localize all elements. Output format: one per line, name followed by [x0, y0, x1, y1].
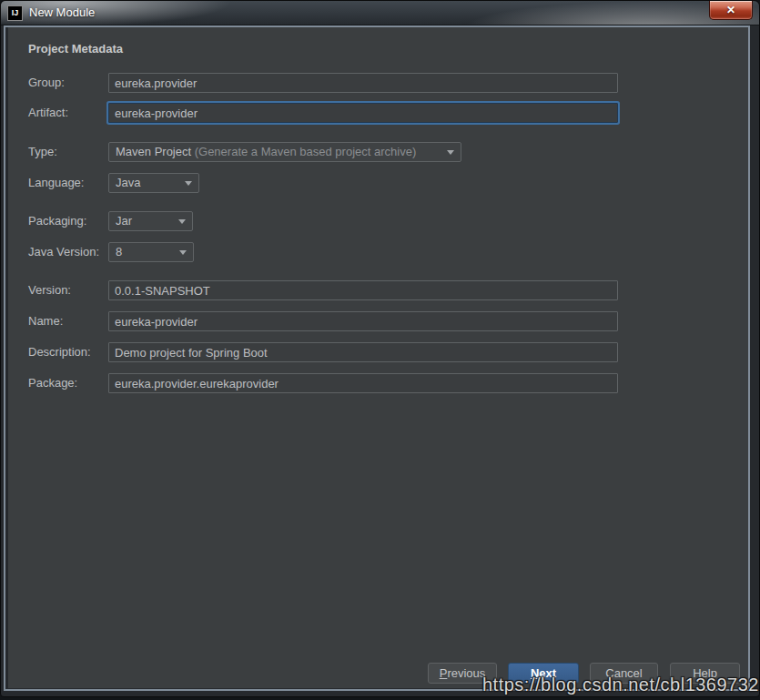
- intellij-logo-icon: IJ: [7, 5, 23, 21]
- type-label: Type:: [28, 142, 57, 162]
- type-select-value: Maven Project: [116, 145, 195, 158]
- chevron-down-icon: [447, 150, 454, 155]
- watermark: https://blog.csdn.net/cbl1369732: [482, 675, 759, 695]
- close-button[interactable]: ✕: [709, 1, 753, 20]
- name-label: Name:: [28, 311, 63, 331]
- chevron-down-icon: [179, 250, 187, 255]
- java-version-label: Java Version:: [28, 242, 99, 262]
- description-label: Description:: [28, 342, 91, 362]
- section-title: Project Metadata: [28, 42, 123, 56]
- package-input[interactable]: [108, 373, 618, 393]
- packaging-label: Packaging:: [28, 211, 86, 231]
- group-label: Group:: [28, 73, 65, 93]
- version-input[interactable]: [108, 280, 618, 300]
- chevron-down-icon: [185, 181, 192, 186]
- chevron-down-icon: [178, 219, 186, 224]
- intellij-logo-text: IJ: [12, 8, 19, 17]
- packaging-select[interactable]: Jar: [108, 211, 193, 231]
- group-input[interactable]: [108, 73, 618, 93]
- artifact-label: Artifact:: [28, 103, 68, 123]
- window-title: New Module: [29, 1, 95, 25]
- title-bar[interactable]: IJ New Module ✕: [1, 1, 759, 25]
- java-version-select[interactable]: 8: [108, 242, 194, 262]
- dialog-content: Project Metadata Group: Artifact: Type: …: [8, 27, 748, 688]
- name-input[interactable]: [108, 311, 618, 331]
- language-select-value: Java: [116, 176, 140, 189]
- type-select-hint: (Generate a Maven based project archive): [195, 145, 417, 158]
- close-icon: ✕: [726, 4, 735, 16]
- package-label: Package:: [28, 373, 77, 393]
- language-select[interactable]: Java: [108, 173, 199, 193]
- description-input[interactable]: [108, 342, 618, 362]
- java-version-select-value: 8: [116, 245, 122, 259]
- type-select[interactable]: Maven Project (Generate a Maven based pr…: [108, 142, 461, 162]
- packaging-select-value: Jar: [116, 214, 132, 228]
- previous-button-label: revious: [447, 666, 485, 680]
- screen: IJ New Module ✕ Project Metadata Group: …: [0, 0, 760, 700]
- artifact-input[interactable]: [108, 103, 618, 123]
- language-label: Language:: [28, 173, 84, 193]
- version-label: Version:: [28, 280, 71, 300]
- new-module-dialog: IJ New Module ✕ Project Metadata Group: …: [0, 0, 760, 697]
